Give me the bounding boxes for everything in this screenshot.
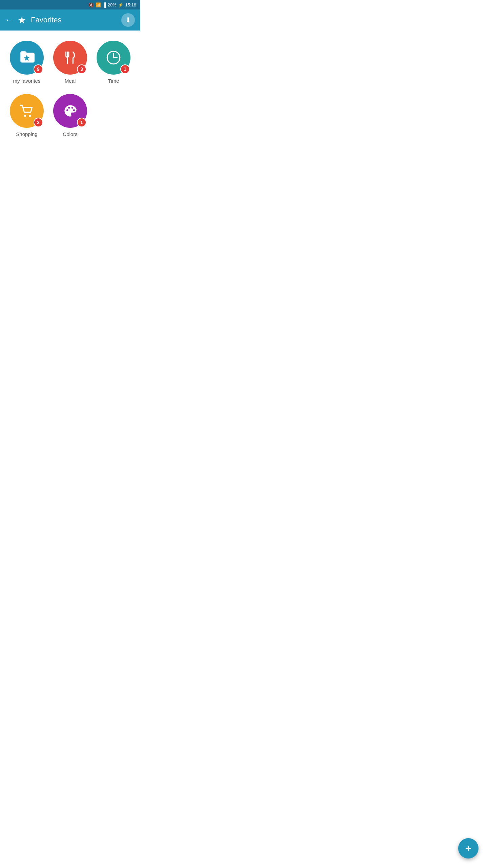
favorites-grid: 9 my favorites 3 Meal: [0, 31, 140, 144]
page-title: Favorites: [31, 16, 117, 24]
circle-wrap-shopping: 2: [10, 94, 44, 128]
back-button[interactable]: ←: [5, 16, 13, 24]
label-meal: Meal: [65, 78, 76, 84]
app-bar: ← ★ Favorites ⬇: [0, 9, 140, 31]
svg-point-10: [68, 107, 70, 108]
download-icon: ⬇: [125, 16, 131, 24]
svg-point-7: [24, 115, 26, 117]
favorites-star-icon: ★: [18, 15, 26, 26]
wifi-icon: 📶: [96, 2, 101, 7]
svg-point-12: [73, 109, 75, 111]
circle-wrap-time: 1: [97, 41, 130, 75]
badge-colors: 1: [77, 118, 86, 127]
circle-wrap-my-favorites: 9: [10, 41, 44, 75]
svg-point-9: [66, 109, 68, 111]
status-bar: 🔇 📶 ▐ 20% ⚡ 15:18: [0, 0, 140, 9]
download-button[interactable]: ⬇: [121, 13, 135, 27]
time-text: 15:18: [125, 2, 136, 7]
badge-shopping: 2: [34, 118, 43, 127]
badge-meal: 3: [77, 64, 86, 74]
grid-item-shopping[interactable]: 2 Shopping: [7, 94, 47, 137]
grid-item-colors[interactable]: 1 Colors: [50, 94, 90, 137]
circle-wrap-meal: 3: [53, 41, 87, 75]
grid-item-my-favorites[interactable]: 9 my favorites: [7, 41, 47, 84]
label-colors: Colors: [63, 131, 77, 137]
mute-icon: 🔇: [88, 2, 94, 7]
grid-item-time[interactable]: 1 Time: [94, 41, 134, 84]
circle-wrap-colors: 1: [53, 94, 87, 128]
signal-icon: ▐: [103, 2, 106, 7]
grid-item-meal[interactable]: 3 Meal: [50, 41, 90, 84]
battery-text: 20%: [107, 2, 116, 7]
battery-icon: ⚡: [118, 2, 123, 7]
badge-my-favorites: 9: [34, 64, 43, 74]
label-time: Time: [108, 78, 119, 84]
label-shopping: Shopping: [16, 131, 37, 137]
svg-point-8: [29, 115, 31, 117]
status-icons: 🔇 📶 ▐ 20% ⚡ 15:18: [88, 2, 136, 7]
label-my-favorites: my favorites: [13, 78, 41, 84]
svg-point-11: [72, 107, 73, 108]
badge-time: 1: [120, 64, 130, 74]
